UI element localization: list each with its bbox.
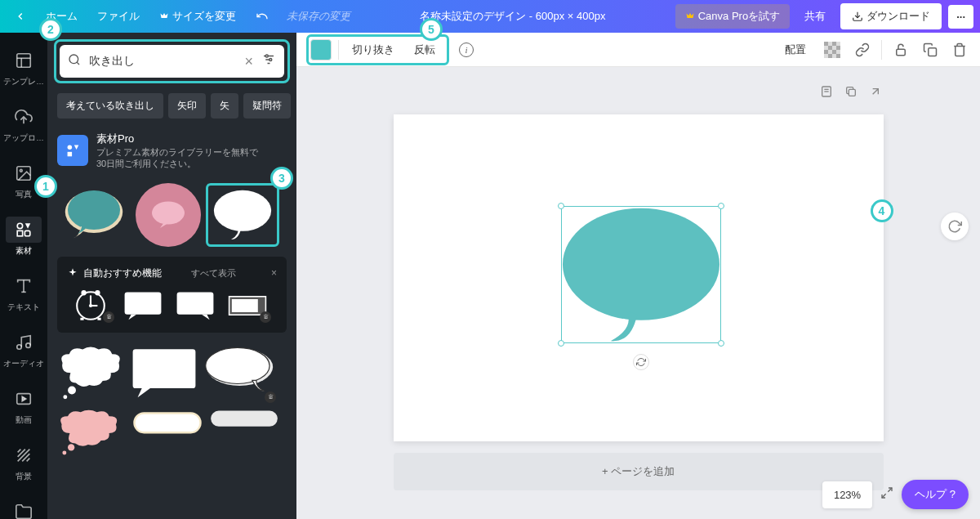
crop-button[interactable]: 切り抜き: [345, 39, 401, 60]
svg-rect-40: [177, 292, 214, 314]
resize-handle-br[interactable]: [718, 340, 724, 347]
svg-rect-39: [125, 292, 162, 314]
sparkle-icon: [67, 267, 78, 279]
tutorial-badge-2: 2: [39, 18, 62, 41]
back-button[interactable]: [7, 6, 34, 27]
svg-rect-52: [211, 410, 278, 426]
zoom-level[interactable]: 123%: [822, 481, 872, 508]
element-result[interactable]: [129, 346, 199, 405]
svg-point-25: [265, 55, 268, 57]
crown-icon: [159, 11, 169, 21]
rec-element[interactable]: ♕: [67, 289, 114, 323]
file-menu[interactable]: ファイル: [89, 4, 148, 29]
resize-handle-bl[interactable]: [558, 340, 564, 347]
transparency-icon[interactable]: [821, 38, 844, 61]
svg-point-32: [214, 190, 271, 231]
trash-icon[interactable]: [949, 39, 970, 60]
svg-rect-57: [836, 46, 840, 50]
tutorial-badge-1: 1: [34, 175, 57, 198]
sidebar-item-folder[interactable]: フォルダー: [0, 490, 47, 519]
svg-line-70: [882, 494, 886, 498]
add-page-button[interactable]: + ページを追加: [394, 453, 884, 490]
color-picker-button[interactable]: [310, 39, 332, 60]
lock-icon[interactable]: [890, 39, 911, 60]
unsaved-status: 未保存の変更: [287, 9, 350, 24]
svg-rect-1: [17, 54, 31, 68]
clear-search-button[interactable]: ×: [244, 53, 253, 70]
chip-item[interactable]: 矢印: [168, 93, 206, 119]
duplicate-icon[interactable]: [920, 39, 941, 60]
top-bar: ホーム ファイル サイズを変更 未保存の変更 名称未設定のデザイン - 600p…: [0, 0, 980, 33]
canvas-page[interactable]: 4: [394, 114, 884, 441]
design-title[interactable]: 名称未設定のデザイン - 600px × 400px: [350, 9, 675, 24]
svg-line-17: [18, 450, 21, 453]
canvas-scroll[interactable]: 4 + ページを追加: [296, 67, 980, 519]
element-result[interactable]: [57, 183, 131, 247]
svg-line-19: [27, 459, 30, 462]
more-results: ♕: [57, 346, 287, 460]
sidebar-item-text[interactable]: テキスト: [0, 265, 47, 321]
filter-icon[interactable]: [261, 52, 276, 70]
element-result[interactable]: [57, 409, 126, 460]
pro-badge-icon: ♕: [103, 311, 114, 323]
svg-marker-14: [22, 396, 26, 401]
chip-item[interactable]: 疑問符: [243, 93, 291, 119]
rotate-handle[interactable]: [633, 354, 649, 370]
fullscreen-icon[interactable]: [880, 486, 893, 503]
tutorial-badge-5: 5: [420, 18, 443, 41]
tutorial-badge-3: 3: [270, 167, 293, 190]
promo-title: 素材Pro: [96, 132, 258, 146]
selection-box[interactable]: [561, 206, 721, 343]
element-result[interactable]: [209, 409, 279, 460]
sidebar-item-elements[interactable]: 素材: [0, 208, 47, 265]
share-button[interactable]: 共有: [796, 4, 834, 29]
pro-promo-banner[interactable]: 素材Pro プレミアム素材のライブラリーを無料で 30日間ご利用ください。: [57, 128, 287, 173]
resize-handle-tl[interactable]: [558, 203, 564, 209]
svg-point-11: [17, 345, 22, 350]
expand-icon[interactable]: [867, 83, 884, 103]
position-button[interactable]: 配置: [778, 39, 813, 60]
notes-icon[interactable]: [818, 83, 835, 103]
svg-rect-61: [836, 54, 840, 58]
close-rec-button[interactable]: ×: [266, 267, 277, 279]
link-icon[interactable]: [852, 39, 873, 60]
chip-item[interactable]: 矢: [211, 93, 238, 119]
rec-element[interactable]: ♕: [224, 289, 271, 323]
svg-point-27: [68, 145, 73, 150]
element-result-selected[interactable]: [206, 183, 279, 247]
element-result[interactable]: [131, 409, 204, 460]
svg-rect-8: [24, 230, 29, 235]
duplicate-page-icon[interactable]: [843, 83, 859, 103]
sidebar-item-audio[interactable]: オーディオ: [0, 321, 47, 378]
element-result[interactable]: [57, 346, 124, 405]
svg-point-26: [270, 59, 272, 61]
element-result[interactable]: ♕: [204, 346, 278, 405]
info-icon[interactable]: i: [459, 43, 474, 57]
download-button[interactable]: ダウンロード: [840, 3, 942, 29]
undo-button[interactable]: [247, 5, 277, 28]
flip-button[interactable]: 反転: [408, 39, 442, 60]
rec-element[interactable]: [172, 289, 219, 323]
svg-line-69: [888, 488, 892, 492]
refresh-button[interactable]: [941, 213, 969, 240]
try-pro-button[interactable]: Canva Proを試す: [675, 4, 790, 29]
see-all-link[interactable]: すべて表示: [191, 267, 236, 280]
element-result[interactable]: [136, 183, 201, 247]
sidebar-item-upload[interactable]: アップロ…: [0, 96, 47, 152]
zoom-bar: 123% ヘルプ ?: [822, 480, 969, 509]
more-options-button[interactable]: ···: [948, 5, 973, 29]
svg-rect-54: [824, 42, 828, 46]
svg-point-48: [68, 444, 74, 450]
sidebar-item-templates[interactable]: テンプレ…: [0, 39, 47, 96]
rec-element[interactable]: [119, 289, 167, 323]
chip-item[interactable]: 考えている吹き出し: [57, 93, 163, 119]
top-right-actions: Canva Proを試す 共有 ダウンロード ···: [675, 3, 973, 29]
help-button[interactable]: ヘルプ ?: [902, 480, 969, 509]
resize-handle-tr[interactable]: [718, 203, 724, 209]
suggestion-chips: 考えている吹き出し 矢印 矢 疑問符: [57, 93, 287, 119]
sidebar-item-background[interactable]: 背景: [0, 434, 47, 490]
resize-button[interactable]: サイズを変更: [151, 4, 244, 29]
svg-rect-42: [232, 299, 258, 312]
promo-subtitle-1: プレミアム素材のライブラリーを無料で: [96, 146, 258, 158]
sidebar-item-video[interactable]: 動画: [0, 378, 47, 434]
